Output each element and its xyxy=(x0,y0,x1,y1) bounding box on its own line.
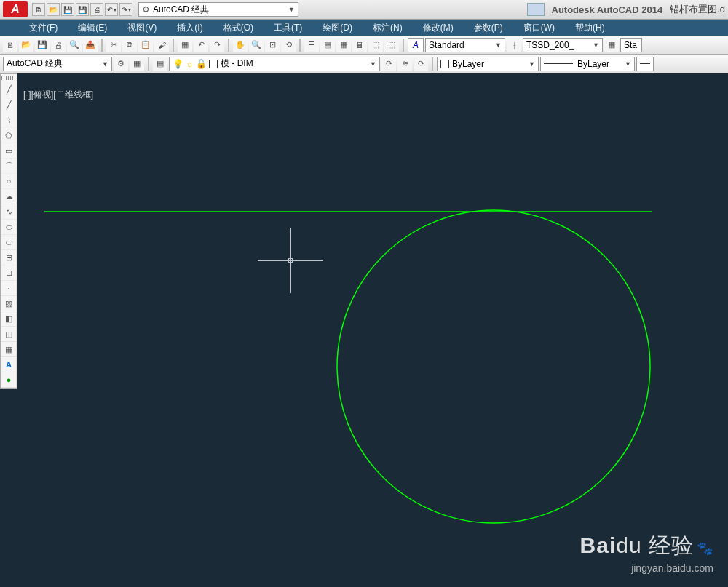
color-swatch xyxy=(440,60,449,68)
sta-dropdown[interactable]: Sta xyxy=(620,38,642,52)
ws-save-icon[interactable]: ▦ xyxy=(130,57,144,71)
window-thumb xyxy=(527,3,545,16)
menu-dim[interactable]: 标注(N) xyxy=(373,22,403,34)
menu-insert[interactable]: 插入(I) xyxy=(177,22,202,34)
svg-point-1 xyxy=(337,210,650,523)
workspace-dropdown[interactable]: AutoCAD 经典▼ xyxy=(3,57,112,71)
mtext-icon[interactable]: A xyxy=(1,357,16,372)
paw-icon: 🐾 xyxy=(697,540,713,556)
layer-color-swatch xyxy=(209,60,218,68)
ellipse-icon[interactable]: ⬭ xyxy=(1,220,16,234)
saveas-icon[interactable]: 💾 xyxy=(76,3,89,16)
zoom-prev-icon[interactable]: ⟲ xyxy=(281,38,296,52)
color-dropdown[interactable]: ByLayer▼ xyxy=(437,57,539,71)
ellipse-arc-icon[interactable]: ⬭ xyxy=(1,235,16,249)
lineweight-dropdown[interactable]: ByLayer▼ xyxy=(540,57,635,71)
gradient-icon[interactable]: ◧ xyxy=(1,311,16,326)
layer-props-icon[interactable]: ▤ xyxy=(153,57,167,71)
menu-modify[interactable]: 修改(M) xyxy=(423,22,454,34)
autocad-logo: A xyxy=(3,1,28,17)
open-icon[interactable]: 📂 xyxy=(47,3,60,16)
arc-icon[interactable]: ⌒ xyxy=(1,159,16,173)
sheet-icon[interactable]: ▤ xyxy=(320,38,335,52)
menu-edit[interactable]: 编辑(E) xyxy=(78,22,107,34)
toolbar-grip[interactable] xyxy=(1,76,16,80)
pan-icon[interactable]: ✋ xyxy=(233,38,248,52)
app-brand: Autodesk AutoCAD 2014 xyxy=(552,4,663,15)
line-icon[interactable]: ╱ xyxy=(1,82,16,97)
linetype-dropdown[interactable] xyxy=(636,57,654,71)
rectangle-icon[interactable]: ▭ xyxy=(1,143,16,158)
print-icon[interactable]: 🖨 xyxy=(90,3,103,16)
spline-icon[interactable]: ∿ xyxy=(1,204,16,219)
menu-file[interactable]: 文件(F) xyxy=(29,22,58,34)
zoom-icon[interactable]: 🔍 xyxy=(249,38,264,52)
properties-toolbar: AutoCAD 经典▼ ⚙ ▦ ▤ 💡 ☼ 🔓 模 - DIM▼ ⟳ ≋ ⟳ B… xyxy=(0,55,728,73)
line-sample xyxy=(544,63,573,64)
open-icon[interactable]: 📂 xyxy=(19,38,33,52)
workspace-label: AutoCAD 经典 xyxy=(153,4,209,16)
text-style-icon[interactable]: A xyxy=(408,38,424,52)
drawing-canvas[interactable]: [-][俯视][二维线框] Baidu 经验🐾 jingyan.baidu.co… xyxy=(19,84,728,587)
sun-icon: ☼ xyxy=(186,59,194,69)
zoom-window-icon[interactable]: ⊡ xyxy=(265,38,280,52)
menu-tools[interactable]: 工具(T) xyxy=(274,22,302,34)
file-name: 锚杆布置图.d xyxy=(670,3,725,16)
redo-icon[interactable]: ↷ xyxy=(119,3,132,16)
cut-icon[interactable]: ✂ xyxy=(106,38,121,52)
match-icon[interactable]: 🖌 xyxy=(154,38,169,52)
standard-toolbar: 🗎 📂 💾 🖨 🔍 📤 ✂ ⧉ 📋 🖌 ▦ ↶ ↷ ✋ 🔍 ⊡ ⟲ ☰ ▤ ▦ … xyxy=(0,36,728,55)
save-icon[interactable]: 💾 xyxy=(61,3,74,16)
insert-block-icon[interactable]: ⊞ xyxy=(1,250,16,265)
ref2-icon[interactable]: ⬚ xyxy=(384,38,399,52)
quick-access-toolbar: 🗎 📂 💾 💾 🖨 ↶ ↷ xyxy=(32,3,132,16)
new-icon[interactable]: 🗎 xyxy=(3,38,17,52)
menu-window[interactable]: 窗口(W) xyxy=(523,22,555,34)
copy-icon[interactable]: ⧉ xyxy=(122,38,137,52)
paste-icon[interactable]: 📋 xyxy=(138,38,153,52)
text-style-dropdown[interactable]: Standard▼ xyxy=(425,38,505,52)
pline-icon[interactable]: ⌇ xyxy=(1,113,16,127)
menu-format[interactable]: 格式(O) xyxy=(223,22,253,34)
new-icon[interactable]: 🗎 xyxy=(32,3,45,16)
layer-state-icon[interactable]: ⟳ xyxy=(381,57,396,71)
save-icon[interactable]: 💾 xyxy=(35,38,50,52)
publish-icon[interactable]: 📤 xyxy=(83,38,98,52)
draw-toolbar: ╱ ╱ ⌇ ⬠ ▭ ⌒ ○ ☁ ∿ ⬭ ⬭ ⊞ ⊡ · ▨ ◧ ◫ ▦ A ● xyxy=(0,73,17,389)
dim-style-dropdown[interactable]: TSSD_200_▼ xyxy=(523,38,603,52)
chevron-down-icon: ▼ xyxy=(288,6,295,13)
layer-dropdown[interactable]: 💡 ☼ 🔓 模 - DIM▼ xyxy=(169,57,380,71)
menu-draw[interactable]: 绘图(D) xyxy=(323,22,352,34)
region-icon[interactable]: ◫ xyxy=(1,327,16,341)
ref-icon[interactable]: ⬚ xyxy=(368,38,383,52)
revcloud-icon[interactable]: ☁ xyxy=(1,189,16,204)
workspace-selector[interactable]: ⚙ AutoCAD 经典 ▼ xyxy=(138,2,298,17)
tool-palette-icon[interactable]: ▦ xyxy=(336,38,351,52)
xline-icon[interactable]: ╱ xyxy=(1,97,16,112)
polygon-icon[interactable]: ⬠ xyxy=(1,128,16,143)
menu-help[interactable]: 帮助(H) xyxy=(575,22,605,34)
ws-gear-icon[interactable]: ⚙ xyxy=(114,57,128,71)
addsel-icon[interactable]: ● xyxy=(1,372,16,387)
props-icon[interactable]: ☰ xyxy=(304,38,319,52)
table-icon[interactable]: ▦ xyxy=(1,342,16,356)
undo-icon[interactable]: ↶ xyxy=(194,38,208,52)
menu-view[interactable]: 视图(V) xyxy=(127,22,157,34)
block-icon[interactable]: ▦ xyxy=(178,38,192,52)
redo-icon[interactable]: ↷ xyxy=(210,38,224,52)
lock-icon: 🔓 xyxy=(196,59,207,69)
undo-icon[interactable]: ↶ xyxy=(105,3,118,16)
dim-style-icon[interactable]: ⟊ xyxy=(507,38,521,52)
print-icon[interactable]: 🖨 xyxy=(51,38,66,52)
hatch-icon[interactable]: ▨ xyxy=(1,296,16,311)
menu-param[interactable]: 参数(P) xyxy=(474,22,503,34)
calc-icon[interactable]: 🖩 xyxy=(352,38,367,52)
layer-iso-icon[interactable]: ⟳ xyxy=(414,57,428,71)
preview-icon[interactable]: 🔍 xyxy=(67,38,82,52)
point-icon[interactable]: · xyxy=(1,281,16,295)
make-block-icon[interactable]: ⊡ xyxy=(1,265,16,280)
watermark: Baidu 经验🐾 jingyan.baidu.com xyxy=(580,531,713,574)
layer-prev-icon[interactable]: ≋ xyxy=(397,57,412,71)
circle-icon[interactable]: ○ xyxy=(1,174,16,188)
table-style-icon[interactable]: ▦ xyxy=(604,38,619,52)
